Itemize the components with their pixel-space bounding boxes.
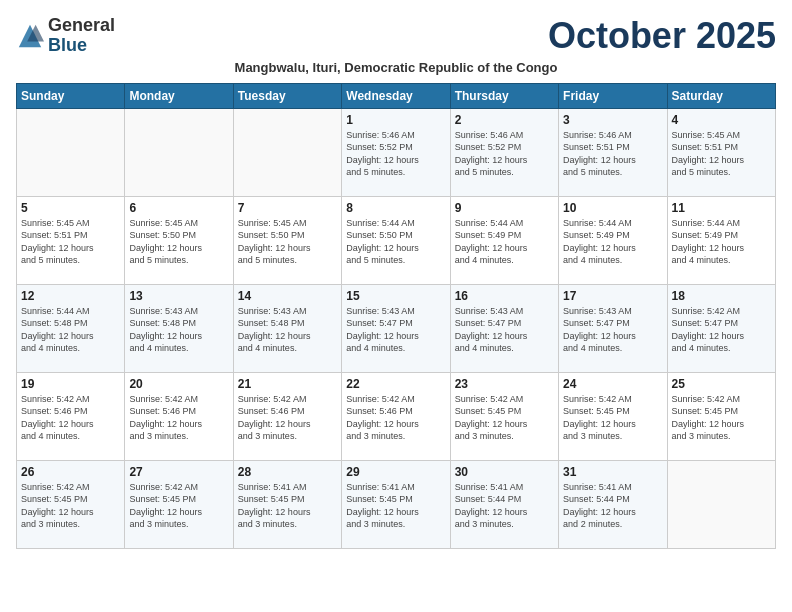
cell-info: Sunrise: 5:45 AM Sunset: 5:51 PM Dayligh… (672, 129, 771, 179)
weekday-header-wednesday: Wednesday (342, 83, 450, 108)
day-number: 26 (21, 465, 120, 479)
weekday-header-friday: Friday (559, 83, 667, 108)
calendar-cell (667, 460, 775, 548)
calendar-week-row: 5Sunrise: 5:45 AM Sunset: 5:51 PM Daylig… (17, 196, 776, 284)
logo: General Blue (16, 16, 115, 56)
calendar-cell: 19Sunrise: 5:42 AM Sunset: 5:46 PM Dayli… (17, 372, 125, 460)
calendar-cell: 2Sunrise: 5:46 AM Sunset: 5:52 PM Daylig… (450, 108, 558, 196)
calendar-cell: 22Sunrise: 5:42 AM Sunset: 5:46 PM Dayli… (342, 372, 450, 460)
page-header: General Blue October 2025 (16, 16, 776, 56)
cell-info: Sunrise: 5:42 AM Sunset: 5:46 PM Dayligh… (21, 393, 120, 443)
cell-info: Sunrise: 5:42 AM Sunset: 5:46 PM Dayligh… (346, 393, 445, 443)
cell-info: Sunrise: 5:45 AM Sunset: 5:50 PM Dayligh… (129, 217, 228, 267)
cell-info: Sunrise: 5:41 AM Sunset: 5:45 PM Dayligh… (238, 481, 337, 531)
cell-info: Sunrise: 5:44 AM Sunset: 5:49 PM Dayligh… (563, 217, 662, 267)
cell-info: Sunrise: 5:46 AM Sunset: 5:52 PM Dayligh… (346, 129, 445, 179)
cell-info: Sunrise: 5:44 AM Sunset: 5:48 PM Dayligh… (21, 305, 120, 355)
cell-info: Sunrise: 5:42 AM Sunset: 5:46 PM Dayligh… (129, 393, 228, 443)
cell-info: Sunrise: 5:42 AM Sunset: 5:45 PM Dayligh… (455, 393, 554, 443)
calendar-cell: 15Sunrise: 5:43 AM Sunset: 5:47 PM Dayli… (342, 284, 450, 372)
cell-info: Sunrise: 5:42 AM Sunset: 5:46 PM Dayligh… (238, 393, 337, 443)
calendar-cell: 21Sunrise: 5:42 AM Sunset: 5:46 PM Dayli… (233, 372, 341, 460)
calendar-cell (233, 108, 341, 196)
calendar-cell: 27Sunrise: 5:42 AM Sunset: 5:45 PM Dayli… (125, 460, 233, 548)
cell-info: Sunrise: 5:44 AM Sunset: 5:49 PM Dayligh… (455, 217, 554, 267)
calendar-week-row: 12Sunrise: 5:44 AM Sunset: 5:48 PM Dayli… (17, 284, 776, 372)
cell-info: Sunrise: 5:46 AM Sunset: 5:51 PM Dayligh… (563, 129, 662, 179)
calendar-cell: 18Sunrise: 5:42 AM Sunset: 5:47 PM Dayli… (667, 284, 775, 372)
calendar-cell: 10Sunrise: 5:44 AM Sunset: 5:49 PM Dayli… (559, 196, 667, 284)
calendar-cell: 6Sunrise: 5:45 AM Sunset: 5:50 PM Daylig… (125, 196, 233, 284)
logo-text: General Blue (48, 16, 115, 56)
cell-info: Sunrise: 5:43 AM Sunset: 5:48 PM Dayligh… (129, 305, 228, 355)
cell-info: Sunrise: 5:43 AM Sunset: 5:47 PM Dayligh… (455, 305, 554, 355)
calendar-cell: 25Sunrise: 5:42 AM Sunset: 5:45 PM Dayli… (667, 372, 775, 460)
cell-info: Sunrise: 5:41 AM Sunset: 5:44 PM Dayligh… (455, 481, 554, 531)
weekday-header-saturday: Saturday (667, 83, 775, 108)
cell-info: Sunrise: 5:45 AM Sunset: 5:50 PM Dayligh… (238, 217, 337, 267)
day-number: 6 (129, 201, 228, 215)
day-number: 22 (346, 377, 445, 391)
calendar-cell: 20Sunrise: 5:42 AM Sunset: 5:46 PM Dayli… (125, 372, 233, 460)
cell-info: Sunrise: 5:41 AM Sunset: 5:44 PM Dayligh… (563, 481, 662, 531)
cell-info: Sunrise: 5:45 AM Sunset: 5:51 PM Dayligh… (21, 217, 120, 267)
day-number: 27 (129, 465, 228, 479)
day-number: 12 (21, 289, 120, 303)
logo-icon (16, 22, 44, 50)
calendar-cell: 28Sunrise: 5:41 AM Sunset: 5:45 PM Dayli… (233, 460, 341, 548)
day-number: 8 (346, 201, 445, 215)
month-title: October 2025 (548, 16, 776, 56)
calendar-cell: 7Sunrise: 5:45 AM Sunset: 5:50 PM Daylig… (233, 196, 341, 284)
calendar-table: SundayMondayTuesdayWednesdayThursdayFrid… (16, 83, 776, 549)
day-number: 5 (21, 201, 120, 215)
calendar-cell (125, 108, 233, 196)
day-number: 2 (455, 113, 554, 127)
calendar-cell: 23Sunrise: 5:42 AM Sunset: 5:45 PM Dayli… (450, 372, 558, 460)
cell-info: Sunrise: 5:43 AM Sunset: 5:47 PM Dayligh… (346, 305, 445, 355)
day-number: 28 (238, 465, 337, 479)
cell-info: Sunrise: 5:44 AM Sunset: 5:50 PM Dayligh… (346, 217, 445, 267)
cell-info: Sunrise: 5:46 AM Sunset: 5:52 PM Dayligh… (455, 129, 554, 179)
calendar-cell: 26Sunrise: 5:42 AM Sunset: 5:45 PM Dayli… (17, 460, 125, 548)
day-number: 16 (455, 289, 554, 303)
calendar-cell: 12Sunrise: 5:44 AM Sunset: 5:48 PM Dayli… (17, 284, 125, 372)
cell-info: Sunrise: 5:43 AM Sunset: 5:48 PM Dayligh… (238, 305, 337, 355)
cell-info: Sunrise: 5:42 AM Sunset: 5:45 PM Dayligh… (672, 393, 771, 443)
cell-info: Sunrise: 5:44 AM Sunset: 5:49 PM Dayligh… (672, 217, 771, 267)
weekday-header-tuesday: Tuesday (233, 83, 341, 108)
calendar-cell (17, 108, 125, 196)
day-number: 4 (672, 113, 771, 127)
day-number: 11 (672, 201, 771, 215)
cell-info: Sunrise: 5:42 AM Sunset: 5:47 PM Dayligh… (672, 305, 771, 355)
calendar-cell: 5Sunrise: 5:45 AM Sunset: 5:51 PM Daylig… (17, 196, 125, 284)
calendar-header-row: SundayMondayTuesdayWednesdayThursdayFrid… (17, 83, 776, 108)
day-number: 31 (563, 465, 662, 479)
calendar-cell: 11Sunrise: 5:44 AM Sunset: 5:49 PM Dayli… (667, 196, 775, 284)
day-number: 10 (563, 201, 662, 215)
day-number: 19 (21, 377, 120, 391)
weekday-header-thursday: Thursday (450, 83, 558, 108)
calendar-cell: 3Sunrise: 5:46 AM Sunset: 5:51 PM Daylig… (559, 108, 667, 196)
cell-info: Sunrise: 5:43 AM Sunset: 5:47 PM Dayligh… (563, 305, 662, 355)
cell-info: Sunrise: 5:42 AM Sunset: 5:45 PM Dayligh… (129, 481, 228, 531)
day-number: 15 (346, 289, 445, 303)
calendar-cell: 14Sunrise: 5:43 AM Sunset: 5:48 PM Dayli… (233, 284, 341, 372)
day-number: 25 (672, 377, 771, 391)
calendar-cell: 9Sunrise: 5:44 AM Sunset: 5:49 PM Daylig… (450, 196, 558, 284)
calendar-cell: 29Sunrise: 5:41 AM Sunset: 5:45 PM Dayli… (342, 460, 450, 548)
day-number: 30 (455, 465, 554, 479)
calendar-week-row: 19Sunrise: 5:42 AM Sunset: 5:46 PM Dayli… (17, 372, 776, 460)
cell-info: Sunrise: 5:42 AM Sunset: 5:45 PM Dayligh… (563, 393, 662, 443)
calendar-cell: 8Sunrise: 5:44 AM Sunset: 5:50 PM Daylig… (342, 196, 450, 284)
day-number: 9 (455, 201, 554, 215)
calendar-week-row: 1Sunrise: 5:46 AM Sunset: 5:52 PM Daylig… (17, 108, 776, 196)
calendar-cell: 31Sunrise: 5:41 AM Sunset: 5:44 PM Dayli… (559, 460, 667, 548)
day-number: 17 (563, 289, 662, 303)
day-number: 21 (238, 377, 337, 391)
cell-info: Sunrise: 5:41 AM Sunset: 5:45 PM Dayligh… (346, 481, 445, 531)
cell-info: Sunrise: 5:42 AM Sunset: 5:45 PM Dayligh… (21, 481, 120, 531)
day-number: 14 (238, 289, 337, 303)
day-number: 23 (455, 377, 554, 391)
day-number: 3 (563, 113, 662, 127)
calendar-cell: 24Sunrise: 5:42 AM Sunset: 5:45 PM Dayli… (559, 372, 667, 460)
